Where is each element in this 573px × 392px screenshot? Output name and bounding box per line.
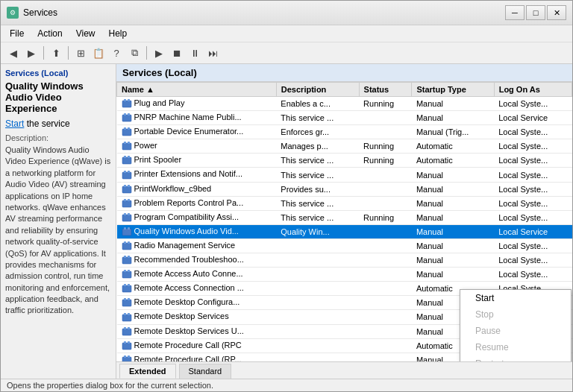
cell-startup: Manual: [412, 210, 494, 224]
col-status[interactable]: Status: [359, 83, 412, 97]
ctx-restart[interactable]: Restart: [460, 355, 571, 361]
cell-name: Remote Desktop Configura...: [117, 296, 277, 310]
cell-name: Print Spooler: [117, 154, 277, 168]
cell-logon: Local Syste...: [494, 168, 572, 182]
sidebar-desc-text: Quality Windows Audio Video Experience (…: [5, 145, 111, 317]
help-tb-button[interactable]: ?: [108, 45, 125, 61]
close-button[interactable]: ✕: [547, 5, 566, 20]
menu-file[interactable]: File: [4, 27, 30, 40]
minimize-button[interactable]: ─: [505, 5, 525, 20]
ctx-pause[interactable]: Pause: [460, 323, 571, 339]
service-icon: [122, 341, 132, 351]
resume-service-button[interactable]: ⏭: [204, 45, 221, 61]
cell-status: Running: [359, 154, 412, 168]
ctx-stop[interactable]: Stop: [460, 306, 571, 323]
service-icon: [122, 155, 132, 165]
cell-startup: Automatic: [412, 154, 494, 168]
stop-service-button[interactable]: ⏹: [169, 45, 185, 61]
svg-rect-55: [124, 355, 126, 358]
svg-rect-56: [128, 355, 130, 358]
table-row[interactable]: Radio Management Service Manual Local Sy…: [117, 238, 572, 253]
table-row[interactable]: Power Manages p... Running Automatic Loc…: [117, 139, 572, 154]
service-icon: [122, 297, 132, 308]
svg-rect-47: [128, 313, 130, 315]
sidebar-desc-title: Description:: [5, 133, 111, 142]
table-row[interactable]: Plug and Play Enables a c... Running Man…: [117, 97, 572, 111]
cell-status: Running: [359, 97, 412, 111]
properties-button[interactable]: 📋: [90, 45, 107, 61]
table-row[interactable]: PrintWorkflow_c9bed Provides su... Manua…: [117, 182, 572, 196]
sidebar-link-suffix: the service: [24, 118, 69, 129]
svg-rect-12: [122, 157, 131, 164]
table-row[interactable]: Printer Extensions and Notif... This ser…: [117, 168, 572, 182]
table-row[interactable]: Program Compatibility Assi... This servi…: [117, 210, 572, 224]
start-service-button[interactable]: ▶: [151, 45, 167, 61]
svg-rect-23: [128, 199, 130, 201]
services-window: ⚙ Services ─ □ ✕ File Action View Help ◀…: [0, 0, 573, 392]
cell-name: Power: [117, 139, 277, 154]
col-startup[interactable]: Startup Type: [412, 83, 494, 97]
col-logon[interactable]: Log On As: [494, 83, 572, 97]
cell-logon: Local Service: [494, 111, 572, 125]
table-row[interactable]: Print Spooler This service ... Running A…: [117, 154, 572, 168]
svg-rect-52: [124, 341, 126, 344]
svg-rect-14: [128, 156, 130, 158]
cell-desc: [276, 238, 359, 253]
cell-name: Remote Desktop Services: [117, 310, 277, 324]
table-row[interactable]: Quality Windows Audio Vid... Quality Win…: [117, 224, 572, 238]
cell-desc: [276, 338, 359, 353]
context-menu[interactable]: Start Stop Pause Resume Restart All Task…: [460, 289, 572, 361]
svg-rect-32: [128, 241, 130, 244]
cell-logon: Local Syste...: [494, 210, 572, 224]
svg-rect-8: [128, 127, 130, 130]
cell-status: [359, 196, 412, 210]
show-hide-button[interactable]: ⊞: [72, 45, 89, 61]
cell-status: [359, 253, 412, 268]
menu-help[interactable]: Help: [103, 27, 134, 40]
cell-status: [359, 310, 412, 324]
cell-name: PrintWorkflow_c9bed: [117, 182, 277, 196]
pause-service-button[interactable]: ⏸: [187, 45, 203, 61]
table-row[interactable]: PNRP Machine Name Publi... This service …: [117, 111, 572, 125]
svg-rect-54: [122, 357, 131, 361]
service-icon: [122, 198, 132, 209]
services-table[interactable]: Name ▲ Description Status Startup Type L…: [116, 82, 572, 361]
svg-rect-11: [128, 142, 130, 144]
table-row[interactable]: Remote Access Auto Conne... Manual Local…: [117, 268, 572, 282]
cell-status: [359, 125, 412, 139]
menu-view[interactable]: View: [70, 27, 101, 40]
sidebar-start-link[interactable]: Start: [5, 118, 24, 129]
tab-standard[interactable]: Standard: [179, 364, 232, 379]
ctx-start[interactable]: Start: [460, 290, 571, 306]
service-icon: [122, 312, 132, 323]
svg-rect-35: [128, 256, 130, 258]
table-row[interactable]: Problem Reports Control Pa... This servi…: [117, 196, 572, 210]
svg-rect-0: [122, 101, 131, 107]
cell-startup: Manual: [412, 253, 494, 268]
table-row[interactable]: Portable Device Enumerator... Enforces g…: [117, 125, 572, 139]
table-row[interactable]: Recommended Troubleshoo... Manual Local …: [117, 253, 572, 268]
menu-action[interactable]: Action: [31, 27, 68, 40]
svg-rect-45: [122, 314, 131, 321]
new-window-button[interactable]: ⧉: [126, 45, 143, 61]
svg-rect-13: [124, 156, 126, 158]
cell-logon: Local Syste...: [494, 139, 572, 154]
sidebar-service-name: Quality Windows Audio Video Experience: [5, 80, 111, 114]
col-name[interactable]: Name ▲: [117, 83, 277, 97]
svg-rect-22: [124, 199, 126, 201]
back-button[interactable]: ◀: [5, 45, 22, 61]
service-icon: [122, 184, 132, 195]
cell-startup: Manual (Trig...: [412, 125, 494, 139]
col-desc[interactable]: Description: [276, 83, 359, 97]
main-area: Services (Local) Quality Windows Audio V…: [1, 64, 572, 379]
forward-button[interactable]: ▶: [23, 45, 40, 61]
ctx-resume[interactable]: Resume: [460, 339, 571, 355]
maximize-button[interactable]: □: [526, 5, 545, 20]
up-button[interactable]: ⬆: [48, 45, 64, 61]
svg-rect-9: [122, 143, 131, 150]
tab-extended[interactable]: Extended: [119, 364, 176, 379]
cell-desc: [276, 296, 359, 310]
toolbar: ◀ ▶ ⬆ ⊞ 📋 ? ⧉ ▶ ⏹ ⏸ ⏭: [1, 42, 572, 64]
cell-name: Remote Access Auto Conne...: [117, 268, 277, 282]
cell-startup: Manual: [412, 196, 494, 210]
